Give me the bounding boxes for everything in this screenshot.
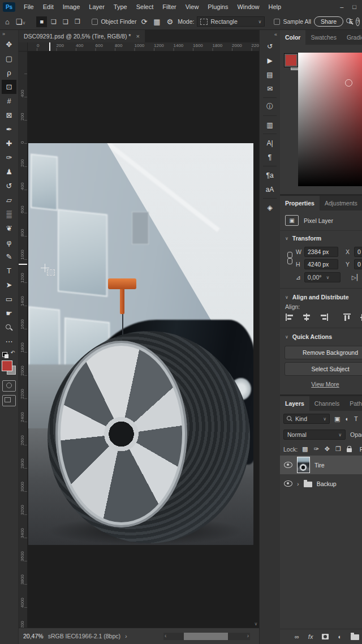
zoom-tool[interactable]: [2, 320, 16, 334]
horizontal-scrollbar[interactable]: ‹ ›: [163, 633, 250, 640]
lasso-tool[interactable]: ρ: [2, 66, 16, 80]
gear-icon[interactable]: ⚙: [165, 18, 175, 26]
tab-layers[interactable]: Layers: [280, 396, 309, 411]
height-field[interactable]: 4240 px: [304, 259, 338, 269]
angle-field[interactable]: 0,00° ∨: [304, 272, 341, 282]
align-top-button[interactable]: [343, 314, 352, 321]
character-styles-panel-icon[interactable]: aA: [260, 182, 280, 196]
new-selection-icon[interactable]: ■: [36, 16, 47, 27]
frame-tool[interactable]: ⊠: [2, 108, 16, 122]
link-layers-icon[interactable]: ∞: [295, 633, 299, 640]
tab-swatches[interactable]: Swatches: [305, 30, 342, 45]
current-tool-icon[interactable]: ❏∨: [14, 18, 28, 26]
new-group-icon[interactable]: [351, 634, 359, 640]
intersect-selection-icon[interactable]: ❒: [72, 16, 83, 27]
more-tools[interactable]: ⋯: [2, 334, 16, 349]
zoom-level[interactable]: 20,47%: [23, 633, 44, 639]
align-right-button[interactable]: [320, 314, 328, 321]
expand-group-icon[interactable]: ›: [297, 480, 299, 487]
clone-source-panel-icon[interactable]: ▥: [260, 118, 280, 132]
minimize-button[interactable]: –: [340, 3, 343, 10]
menu-window[interactable]: Window: [232, 3, 264, 10]
menu-file[interactable]: File: [19, 3, 38, 10]
lock-position-icon[interactable]: ✥: [325, 445, 330, 453]
subtract-from-selection-icon[interactable]: ❑: [60, 16, 71, 27]
toolbar-collapse-icon[interactable]: »: [0, 30, 7, 37]
eraser-tool[interactable]: ▱: [2, 193, 16, 207]
menu-select[interactable]: Select: [132, 3, 158, 10]
visibility-eye-icon[interactable]: [284, 480, 292, 487]
layer-name[interactable]: Backup: [317, 480, 337, 487]
dock-collapse-icon[interactable]: «: [272, 31, 280, 39]
remove-background-button[interactable]: Remove Background: [285, 346, 362, 359]
align-left-button[interactable]: [286, 314, 294, 321]
mode-dropdown[interactable]: Rectangle ∨: [197, 16, 265, 27]
align-center-horizontal-button[interactable]: [303, 314, 311, 321]
align-section-header[interactable]: ∨ Align and Distribute: [280, 290, 362, 303]
layer-thumbnail[interactable]: [297, 457, 310, 473]
new-adjustment-layer-icon[interactable]: ◐: [338, 633, 342, 640]
screen-mode-button[interactable]: [2, 395, 16, 406]
status-chevron-icon[interactable]: ›: [125, 633, 127, 639]
x-field[interactable]: 0 px: [354, 247, 362, 257]
paragraph-styles-panel-icon[interactable]: ¶a: [260, 168, 280, 182]
scrollbar-thumb[interactable]: [184, 633, 228, 640]
view-more-link[interactable]: View More: [280, 376, 362, 394]
marquee-tool[interactable]: ▢: [2, 51, 16, 66]
refresh-icon[interactable]: ⟳: [139, 18, 149, 26]
kind-filter-dropdown[interactable]: Kind ∨: [283, 414, 330, 424]
eyedropper-tool[interactable]: ✒: [2, 122, 16, 136]
foreground-color-swatch[interactable]: [285, 54, 298, 67]
character-panel-icon[interactable]: A|: [260, 136, 280, 150]
layer-row-tire[interactable]: Tire: [280, 456, 362, 474]
menu-type[interactable]: Type: [109, 3, 132, 10]
move-tool[interactable]: ✥: [2, 37, 16, 51]
transform-section-header[interactable]: ∨ Transform: [280, 231, 362, 244]
y-field[interactable]: 0 px: [354, 259, 362, 269]
document-tab[interactable]: DSC09291.psd @ 20,5% (Tire, RGB/8) * ×: [19, 30, 145, 42]
tab-properties[interactable]: Properties: [280, 196, 320, 211]
menu-plugins[interactable]: Plugins: [203, 3, 232, 10]
dodge-tool[interactable]: φ: [2, 235, 16, 250]
flip-buttons[interactable]: ▷▏◁: [352, 274, 362, 281]
pen-tool[interactable]: ✎: [2, 250, 16, 264]
clone-stamp-tool[interactable]: ♟: [2, 165, 16, 179]
blend-mode-dropdown[interactable]: Normal ∨: [283, 430, 346, 440]
canvas-area[interactable]: ∨: [28, 51, 259, 628]
filter-pixel-layers-icon[interactable]: ▣: [334, 415, 340, 423]
scroll-down-icon[interactable]: ∨: [253, 621, 259, 626]
select-subject-button[interactable]: Select Subject: [285, 362, 362, 376]
menu-edit[interactable]: Edit: [38, 3, 58, 10]
hand-tool[interactable]: ☛: [2, 306, 16, 320]
rectangle-tool[interactable]: ▭: [2, 292, 16, 306]
filter-adjustment-layers-icon[interactable]: ◐: [345, 415, 349, 423]
add-to-selection-icon[interactable]: ❏: [48, 16, 59, 27]
sample-all-checkbox[interactable]: [274, 19, 280, 25]
info-panel-icon[interactable]: ⓘ: [260, 100, 280, 114]
layer-row-backup[interactable]: › Backup: [280, 474, 362, 493]
width-field[interactable]: 2384 px: [304, 247, 338, 257]
materials-panel-icon[interactable]: ◈: [260, 200, 280, 214]
menu-filter[interactable]: Filter: [158, 3, 180, 10]
lock-all-icon[interactable]: [347, 448, 352, 452]
object-finder-checkbox[interactable]: [92, 19, 98, 25]
brush-tool[interactable]: ✑: [2, 151, 16, 165]
healing-brush-tool[interactable]: ✚: [2, 136, 16, 151]
link-dimensions-icon[interactable]: [287, 252, 292, 265]
lock-artboard-icon[interactable]: ❐: [335, 445, 341, 453]
home-icon[interactable]: ⌂: [3, 18, 11, 26]
color-swatches[interactable]: [2, 360, 16, 375]
gradient-tool[interactable]: ▒: [2, 207, 16, 221]
scroll-left-icon[interactable]: ‹: [165, 633, 166, 639]
history-panel-icon[interactable]: ↺: [260, 39, 280, 53]
default-colors-icon[interactable]: ↶: [2, 351, 11, 358]
menu-view[interactable]: View: [181, 3, 204, 10]
tab-channels[interactable]: Channels: [309, 396, 344, 411]
color-picker-ring[interactable]: [345, 79, 352, 87]
scroll-right-icon[interactable]: ›: [247, 633, 249, 639]
path-selection-tool[interactable]: ➤: [2, 278, 16, 292]
show-all-objects-icon[interactable]: ▦: [152, 18, 162, 26]
lock-transparency-icon[interactable]: ▩: [302, 445, 308, 453]
crop-tool[interactable]: #: [2, 94, 16, 108]
menu-image[interactable]: Image: [58, 3, 85, 10]
